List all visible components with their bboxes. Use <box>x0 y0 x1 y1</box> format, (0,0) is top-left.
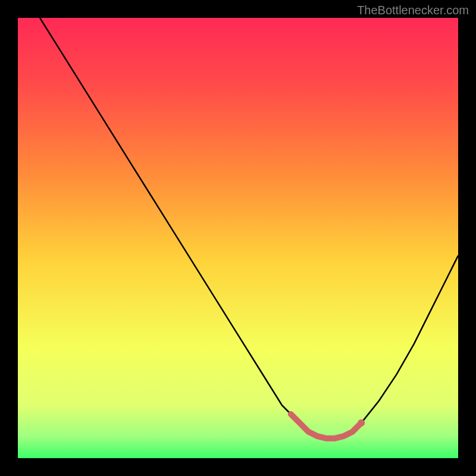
gradient-background <box>18 18 458 458</box>
chart-canvas <box>18 18 458 458</box>
watermark-text: TheBottleneсker.com <box>357 4 469 17</box>
plot-area <box>18 18 458 458</box>
plot-frame <box>18 18 458 458</box>
optimal-end-marker <box>358 419 365 427</box>
